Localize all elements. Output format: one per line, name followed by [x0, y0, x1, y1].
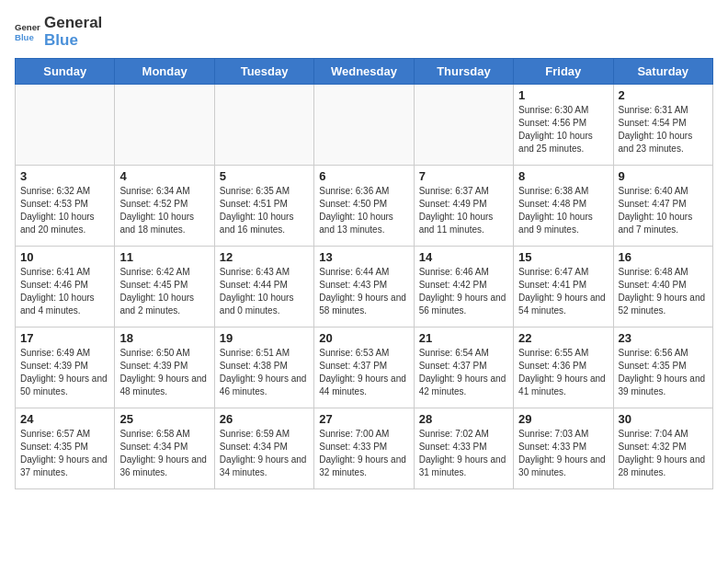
day-info: Sunrise: 7:00 AM Sunset: 4:33 PM Dayligh… — [319, 428, 408, 479]
calendar-cell: 7Sunrise: 6:37 AM Sunset: 4:49 PM Daylig… — [414, 166, 513, 247]
calendar-cell: 16Sunrise: 6:48 AM Sunset: 4:40 PM Dayli… — [613, 247, 712, 327]
calendar-cell: 17Sunrise: 6:49 AM Sunset: 4:39 PM Dayli… — [16, 327, 115, 408]
day-number: 29 — [518, 412, 608, 426]
logo: General Blue General Blue — [15, 15, 102, 49]
day-number: 1 — [518, 88, 608, 102]
calendar-week-4: 24Sunrise: 6:57 AM Sunset: 4:35 PM Dayli… — [16, 408, 713, 489]
calendar-cell: 23Sunrise: 6:56 AM Sunset: 4:35 PM Dayli… — [613, 327, 712, 408]
day-number: 6 — [319, 169, 408, 183]
calendar-cell — [16, 85, 115, 166]
calendar-cell: 20Sunrise: 6:53 AM Sunset: 4:37 PM Dayli… — [314, 327, 414, 408]
day-number: 12 — [220, 250, 309, 264]
calendar-cell: 4Sunrise: 6:34 AM Sunset: 4:52 PM Daylig… — [115, 166, 214, 247]
logo-icon: General Blue — [15, 19, 40, 45]
calendar-cell: 8Sunrise: 6:38 AM Sunset: 4:48 PM Daylig… — [514, 166, 613, 247]
calendar: SundayMondayTuesdayWednesdayThursdayFrid… — [15, 58, 713, 489]
day-info: Sunrise: 7:03 AM Sunset: 4:33 PM Dayligh… — [518, 428, 608, 479]
day-info: Sunrise: 6:53 AM Sunset: 4:37 PM Dayligh… — [319, 347, 408, 398]
day-info: Sunrise: 7:04 AM Sunset: 4:32 PM Dayligh… — [619, 428, 708, 479]
calendar-cell: 26Sunrise: 6:59 AM Sunset: 4:34 PM Dayli… — [214, 408, 313, 489]
day-info: Sunrise: 6:35 AM Sunset: 4:51 PM Dayligh… — [220, 185, 309, 236]
day-number: 13 — [319, 250, 408, 264]
day-number: 18 — [119, 331, 209, 345]
calendar-cell: 6Sunrise: 6:36 AM Sunset: 4:50 PM Daylig… — [314, 166, 414, 247]
day-info: Sunrise: 6:56 AM Sunset: 4:35 PM Dayligh… — [619, 347, 708, 398]
logo-blue: Blue — [44, 32, 102, 50]
day-number: 5 — [220, 169, 309, 183]
day-info: Sunrise: 6:50 AM Sunset: 4:39 PM Dayligh… — [119, 347, 209, 398]
calendar-header-row: SundayMondayTuesdayWednesdayThursdayFrid… — [16, 59, 713, 85]
calendar-cell — [115, 85, 214, 166]
day-info: Sunrise: 6:36 AM Sunset: 4:50 PM Dayligh… — [319, 185, 408, 236]
header-sunday: Sunday — [16, 59, 115, 85]
header-saturday: Saturday — [613, 59, 712, 85]
calendar-cell: 28Sunrise: 7:02 AM Sunset: 4:33 PM Dayli… — [414, 408, 513, 489]
header-friday: Friday — [514, 59, 613, 85]
day-number: 2 — [619, 88, 708, 102]
day-number: 28 — [419, 412, 508, 426]
day-info: Sunrise: 6:55 AM Sunset: 4:36 PM Dayligh… — [518, 347, 608, 398]
calendar-week-0: 1Sunrise: 6:30 AM Sunset: 4:56 PM Daylig… — [16, 85, 713, 166]
day-number: 24 — [20, 412, 109, 426]
day-number: 17 — [20, 331, 109, 345]
day-info: Sunrise: 6:46 AM Sunset: 4:42 PM Dayligh… — [419, 266, 508, 317]
day-info: Sunrise: 6:30 AM Sunset: 4:56 PM Dayligh… — [518, 104, 608, 155]
calendar-cell: 29Sunrise: 7:03 AM Sunset: 4:33 PM Dayli… — [514, 408, 613, 489]
day-info: Sunrise: 6:38 AM Sunset: 4:48 PM Dayligh… — [518, 185, 608, 236]
day-number: 20 — [319, 331, 408, 345]
day-number: 3 — [20, 169, 109, 183]
calendar-cell: 22Sunrise: 6:55 AM Sunset: 4:36 PM Dayli… — [514, 327, 613, 408]
day-info: Sunrise: 6:44 AM Sunset: 4:43 PM Dayligh… — [319, 266, 408, 317]
calendar-cell: 19Sunrise: 6:51 AM Sunset: 4:38 PM Dayli… — [214, 327, 313, 408]
calendar-cell: 13Sunrise: 6:44 AM Sunset: 4:43 PM Dayli… — [314, 247, 414, 327]
day-info: Sunrise: 6:34 AM Sunset: 4:52 PM Dayligh… — [119, 185, 209, 236]
header-wednesday: Wednesday — [314, 59, 414, 85]
calendar-cell: 2Sunrise: 6:31 AM Sunset: 4:54 PM Daylig… — [613, 85, 712, 166]
day-info: Sunrise: 6:48 AM Sunset: 4:40 PM Dayligh… — [619, 266, 708, 317]
calendar-cell: 15Sunrise: 6:47 AM Sunset: 4:41 PM Dayli… — [514, 247, 613, 327]
day-number: 30 — [619, 412, 708, 426]
day-number: 22 — [518, 331, 608, 345]
day-number: 26 — [220, 412, 309, 426]
day-info: Sunrise: 6:54 AM Sunset: 4:37 PM Dayligh… — [419, 347, 508, 398]
calendar-cell: 5Sunrise: 6:35 AM Sunset: 4:51 PM Daylig… — [214, 166, 313, 247]
day-info: Sunrise: 6:32 AM Sunset: 4:53 PM Dayligh… — [20, 185, 109, 236]
calendar-cell: 18Sunrise: 6:50 AM Sunset: 4:39 PM Dayli… — [115, 327, 214, 408]
calendar-cell: 9Sunrise: 6:40 AM Sunset: 4:47 PM Daylig… — [613, 166, 712, 247]
day-number: 15 — [518, 250, 608, 264]
svg-text:General: General — [15, 22, 40, 32]
calendar-cell: 24Sunrise: 6:57 AM Sunset: 4:35 PM Dayli… — [16, 408, 115, 489]
svg-text:Blue: Blue — [15, 31, 34, 41]
day-info: Sunrise: 6:59 AM Sunset: 4:34 PM Dayligh… — [220, 428, 309, 479]
day-number: 8 — [518, 169, 608, 183]
day-number: 11 — [119, 250, 209, 264]
calendar-week-2: 10Sunrise: 6:41 AM Sunset: 4:46 PM Dayli… — [16, 247, 713, 327]
header-thursday: Thursday — [414, 59, 513, 85]
calendar-cell: 3Sunrise: 6:32 AM Sunset: 4:53 PM Daylig… — [16, 166, 115, 247]
day-info: Sunrise: 6:42 AM Sunset: 4:45 PM Dayligh… — [119, 266, 209, 317]
day-number: 27 — [319, 412, 408, 426]
day-number: 4 — [119, 169, 209, 183]
day-number: 14 — [419, 250, 508, 264]
day-number: 9 — [619, 169, 708, 183]
header: General Blue General Blue — [15, 15, 713, 49]
calendar-cell: 10Sunrise: 6:41 AM Sunset: 4:46 PM Dayli… — [16, 247, 115, 327]
day-number: 25 — [119, 412, 209, 426]
day-info: Sunrise: 6:43 AM Sunset: 4:44 PM Dayligh… — [220, 266, 309, 317]
day-info: Sunrise: 7:02 AM Sunset: 4:33 PM Dayligh… — [419, 428, 508, 479]
calendar-cell: 14Sunrise: 6:46 AM Sunset: 4:42 PM Dayli… — [414, 247, 513, 327]
calendar-cell: 12Sunrise: 6:43 AM Sunset: 4:44 PM Dayli… — [214, 247, 313, 327]
calendar-cell: 1Sunrise: 6:30 AM Sunset: 4:56 PM Daylig… — [514, 85, 613, 166]
calendar-cell — [414, 85, 513, 166]
calendar-week-1: 3Sunrise: 6:32 AM Sunset: 4:53 PM Daylig… — [16, 166, 713, 247]
logo-general: General — [44, 15, 102, 32]
header-monday: Monday — [115, 59, 214, 85]
day-info: Sunrise: 6:41 AM Sunset: 4:46 PM Dayligh… — [20, 266, 109, 317]
day-info: Sunrise: 6:37 AM Sunset: 4:49 PM Dayligh… — [419, 185, 508, 236]
day-info: Sunrise: 6:51 AM Sunset: 4:38 PM Dayligh… — [220, 347, 309, 398]
calendar-cell: 21Sunrise: 6:54 AM Sunset: 4:37 PM Dayli… — [414, 327, 513, 408]
day-info: Sunrise: 6:31 AM Sunset: 4:54 PM Dayligh… — [619, 104, 708, 155]
day-number: 23 — [619, 331, 708, 345]
day-number: 19 — [220, 331, 309, 345]
calendar-cell: 25Sunrise: 6:58 AM Sunset: 4:34 PM Dayli… — [115, 408, 214, 489]
